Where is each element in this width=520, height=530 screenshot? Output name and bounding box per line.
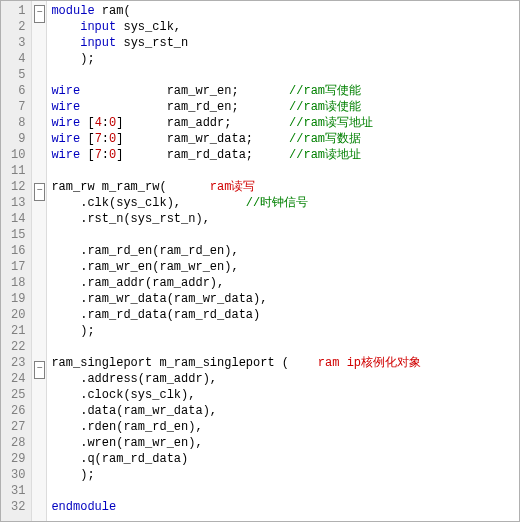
fold-cell: [32, 279, 46, 295]
line-number-gutter: 1234567891011121314151617181920212223242…: [1, 1, 32, 521]
fold-cell: [32, 295, 46, 311]
fold-cell[interactable]: −: [32, 183, 46, 199]
code-line[interactable]: .rst_n(sys_rst_n),: [51, 211, 519, 227]
code-line[interactable]: .q(ram_rd_data): [51, 451, 519, 467]
text-token: .ram_wr_data(ram_wr_data),: [51, 292, 267, 306]
line-number: 16: [11, 243, 25, 259]
fold-cell: [32, 117, 46, 133]
text-token: ] ram_addr;: [116, 116, 289, 130]
code-line[interactable]: .clk(sys_clk), //时钟信号: [51, 195, 519, 211]
code-line[interactable]: [51, 339, 519, 355]
fold-cell[interactable]: −: [32, 361, 46, 377]
annotation-text: ram读写: [210, 180, 256, 194]
line-number: 19: [11, 291, 25, 307]
fold-cell: [32, 37, 46, 53]
text-token: ram(: [95, 4, 131, 18]
line-number: 2: [11, 19, 25, 35]
text-token: .data(ram_wr_data),: [51, 404, 217, 418]
text-token: ] ram_wr_data;: [116, 132, 289, 146]
code-line[interactable]: module ram(: [51, 3, 519, 19]
line-number: 12: [11, 179, 25, 195]
fold-cell: [32, 69, 46, 85]
keyword-token: wire: [51, 132, 80, 146]
fold-cell[interactable]: −: [32, 5, 46, 21]
fold-cell: [32, 133, 46, 149]
code-line[interactable]: [51, 67, 519, 83]
comment-token: //时钟信号: [246, 196, 308, 210]
line-number: 10: [11, 147, 25, 163]
text-token: .wren(ram_wr_en),: [51, 436, 202, 450]
code-line[interactable]: input sys_clk,: [51, 19, 519, 35]
code-line[interactable]: wire ram_rd_en; //ram读使能: [51, 99, 519, 115]
code-line[interactable]: wire [7:0] ram_rd_data; //ram读地址: [51, 147, 519, 163]
code-line[interactable]: ram_singleport m_ram_singleport ( ram ip…: [51, 355, 519, 371]
code-line[interactable]: .wren(ram_wr_en),: [51, 435, 519, 451]
text-token: :: [102, 116, 109, 130]
fold-cell: [32, 263, 46, 279]
fold-cell: [32, 231, 46, 247]
fold-cell: [32, 311, 46, 327]
text-token: ram_rw m_ram_rw(: [51, 180, 209, 194]
code-line[interactable]: wire [7:0] ram_wr_data; //ram写数据: [51, 131, 519, 147]
code-line[interactable]: .ram_rd_data(ram_rd_data): [51, 307, 519, 323]
number-token: 7: [95, 132, 102, 146]
code-line[interactable]: .ram_wr_data(ram_wr_data),: [51, 291, 519, 307]
line-number: 23: [11, 355, 25, 371]
line-number: 22: [11, 339, 25, 355]
code-line[interactable]: [51, 227, 519, 243]
code-line[interactable]: .rden(ram_rd_en),: [51, 419, 519, 435]
line-number: 31: [11, 483, 25, 499]
code-line[interactable]: input sys_rst_n: [51, 35, 519, 51]
fold-cell: [32, 457, 46, 473]
line-number: 1: [11, 3, 25, 19]
annotation-text: ram ip核例化对象: [318, 356, 421, 370]
keyword-token: input: [80, 36, 116, 50]
text-token: [51, 36, 80, 50]
line-number: 27: [11, 419, 25, 435]
text-token: .clock(sys_clk),: [51, 388, 195, 402]
code-line[interactable]: );: [51, 51, 519, 67]
code-line[interactable]: [51, 163, 519, 179]
line-number: 7: [11, 99, 25, 115]
line-number: 4: [11, 51, 25, 67]
code-line[interactable]: .ram_addr(ram_addr),: [51, 275, 519, 291]
keyword-token: wire: [51, 148, 80, 162]
fold-cell: [32, 199, 46, 215]
fold-cell: [32, 21, 46, 37]
text-token: .ram_rd_en(ram_rd_en),: [51, 244, 238, 258]
code-line[interactable]: [51, 483, 519, 499]
code-line[interactable]: .address(ram_addr),: [51, 371, 519, 387]
code-line[interactable]: .clock(sys_clk),: [51, 387, 519, 403]
code-area[interactable]: module ram( input sys_clk, input sys_rst…: [47, 1, 519, 521]
text-token: [51, 20, 80, 34]
line-number: 3: [11, 35, 25, 51]
text-token: sys_rst_n: [116, 36, 188, 50]
fold-cell: [32, 327, 46, 343]
text-token: .address(ram_addr),: [51, 372, 217, 386]
comment-token: //ram读地址: [289, 148, 361, 162]
fold-cell: [32, 149, 46, 165]
text-token: .ram_addr(ram_addr),: [51, 276, 224, 290]
fold-column: −−−: [32, 1, 47, 521]
code-editor[interactable]: 1234567891011121314151617181920212223242…: [0, 0, 520, 522]
code-line[interactable]: endmodule: [51, 499, 519, 515]
code-line[interactable]: wire ram_wr_en; //ram写使能: [51, 83, 519, 99]
keyword-token: endmodule: [51, 500, 116, 514]
text-token: .rden(ram_rd_en),: [51, 420, 202, 434]
code-line[interactable]: wire [4:0] ram_addr; //ram读写地址: [51, 115, 519, 131]
comment-token: //ram读写地址: [289, 116, 373, 130]
text-token: ] ram_rd_data;: [116, 148, 289, 162]
fold-cell: [32, 473, 46, 489]
fold-cell: [32, 489, 46, 505]
code-line[interactable]: ram_rw m_ram_rw( ram读写: [51, 179, 519, 195]
fold-cell: [32, 247, 46, 263]
text-token: .ram_wr_en(ram_wr_en),: [51, 260, 238, 274]
line-number: 13: [11, 195, 25, 211]
line-number: 11: [11, 163, 25, 179]
code-line[interactable]: .ram_wr_en(ram_wr_en),: [51, 259, 519, 275]
code-line[interactable]: .data(ram_wr_data),: [51, 403, 519, 419]
code-line[interactable]: .ram_rd_en(ram_rd_en),: [51, 243, 519, 259]
number-token: 4: [95, 116, 102, 130]
code-line[interactable]: );: [51, 323, 519, 339]
code-line[interactable]: );: [51, 467, 519, 483]
